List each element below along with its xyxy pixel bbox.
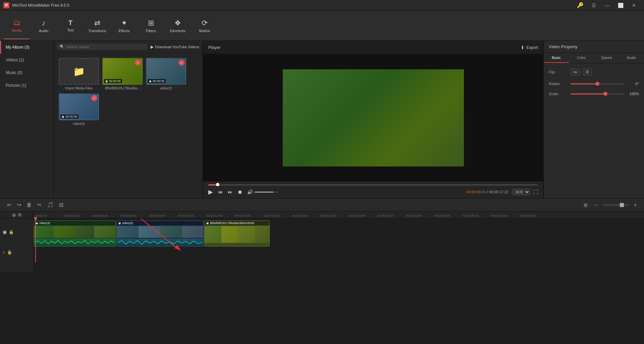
clip-video4[interactable]: ▣ video(4) — [116, 220, 204, 247]
sidebar-item-music[interactable]: Music (0) — [0, 66, 53, 79]
tool-media[interactable]: 🗂 Media — [3, 12, 30, 39]
delete-button[interactable]: 🗑 — [24, 201, 34, 209]
timeline-toolbar: ↩ ↪ 🗑 ✂ 🎵 ⊟ ⊞ − + — [0, 199, 644, 211]
scale-slider[interactable] — [571, 93, 625, 94]
rotate-label: Rotate: — [549, 82, 571, 86]
prop-tab-basic[interactable]: Basic — [544, 53, 569, 63]
prop-tab-color[interactable]: Color — [569, 53, 594, 63]
clip-icon-sunflowers: ▣ — [206, 222, 209, 225]
close-btn[interactable]: ✕ — [627, 0, 641, 11]
sidebar-item-my-album[interactable]: My Album (3) — [0, 41, 53, 54]
prop-tab-audio[interactable]: Audio — [619, 53, 644, 63]
undo-button[interactable]: ↩ — [5, 200, 13, 209]
scale-fill — [571, 93, 606, 94]
duration-video1: ▣ 00:00:06 — [104, 79, 122, 83]
export-button[interactable]: ⬆ Export — [521, 45, 538, 50]
media-item-video3[interactable]: ✓ ▣ 00:00:06 video(4) — [59, 93, 99, 126]
add-track-btn[interactable]: ⊕ — [12, 212, 16, 218]
copy-track-btn[interactable]: ⧉ — [18, 212, 21, 218]
export-icon: ⬆ — [521, 45, 525, 50]
search-input[interactable] — [66, 45, 106, 49]
clip-name-sunflowers: 8f6ef86fc91c79ba36a3b641653d — [210, 221, 254, 225]
redo-button[interactable]: ↪ — [15, 200, 23, 209]
folder-icon: 📁 — [73, 66, 85, 77]
video-track-icon: ▣ — [3, 229, 7, 234]
progress-bar[interactable] — [208, 184, 538, 186]
clip-video3[interactable]: ▣ video(3) — [34, 220, 116, 247]
window-controls: ☰ — ⬜ ✕ — [587, 0, 641, 11]
minimize-btn[interactable]: — — [600, 0, 614, 11]
video-content — [283, 69, 464, 166]
zoom-fit-btn[interactable]: ⊞ — [582, 201, 590, 209]
rotate-row: Rotate: 0° — [549, 82, 639, 86]
import-thumb[interactable]: 📁 — [59, 58, 99, 85]
text-icon: T — [68, 19, 72, 27]
youtube-download-btn[interactable]: ▶ Download YouTube Videos — [151, 45, 200, 49]
right-panel: Video Property Basic Color Speed Audio F… — [543, 41, 644, 198]
sidebar-item-videos[interactable]: Videos (2) — [0, 54, 53, 66]
tool-effects[interactable]: ✦ Effects — [111, 12, 138, 39]
rotate-thumb — [595, 82, 599, 86]
flip-horizontal-btn[interactable]: ⇔ — [571, 68, 580, 76]
media-thumb-video3: ✓ ▣ 00:00:06 — [59, 93, 99, 120]
crop-button[interactable]: ⊟ — [57, 200, 65, 209]
fullscreen-button[interactable]: ⛶ — [533, 189, 538, 195]
zoom-controls: ⊞ − + — [582, 201, 639, 209]
tool-elements[interactable]: ❖ Elements — [164, 12, 191, 39]
tool-filters[interactable]: ⊞ Filters — [138, 12, 164, 39]
tool-transitions[interactable]: ⇄ Transitions — [84, 12, 111, 39]
stop-button[interactable]: ⏹ — [237, 189, 242, 195]
tool-motion[interactable]: ⟳ Motion — [191, 12, 218, 39]
player-controls: ▶ ⏮ ⏭ ⏹ 🔊 00:00:00:01 / 00:00:17:22 — [203, 182, 543, 198]
tool-audio[interactable]: ♪ Audio — [30, 12, 57, 39]
import-media-item[interactable]: 📁 Import Media Files — [59, 58, 99, 90]
media-thumb-video2: ✓ ▣ 00:00:06 — [146, 58, 186, 85]
next-button[interactable]: ⏭ — [228, 189, 232, 195]
volume-slider[interactable] — [255, 192, 278, 193]
media-item-video1[interactable]: ✓ ▣ 00:00:06 8f6ef86fc91c79ba36a... — [102, 58, 143, 90]
media-item-video2[interactable]: ✓ ▣ 00:00:06 video(3) — [146, 58, 186, 90]
clip-name-video4: video(4) — [122, 221, 133, 225]
video-track-row: ▣ video(3) — [34, 220, 270, 247]
zoom-slider[interactable] — [602, 204, 629, 206]
cut-button[interactable]: ✂ — [35, 200, 44, 209]
check-icon-video1: ✓ — [135, 60, 141, 66]
sidebar-item-pictures[interactable]: Pictures (1) — [0, 79, 53, 92]
app-title: MiniTool MovieMaker Free 8.0.0 — [12, 3, 577, 8]
toolbar: 🗂 Media ♪ Audio T Text ⇄ Transitions ✦ E… — [0, 11, 644, 41]
clip-header-video3: ▣ video(3) — [34, 221, 115, 225]
zoom-out-btn[interactable]: − — [592, 201, 599, 209]
check-icon-video3: ✓ — [91, 95, 97, 101]
property-content: Flip: ⇔ ⇕ Rotate: 0° — [544, 63, 644, 107]
prev-button[interactable]: ⏮ — [218, 189, 223, 195]
volume-button[interactable]: 🔊 — [247, 189, 253, 195]
play-button[interactable]: ▶ — [208, 188, 213, 196]
prop-tab-speed[interactable]: Speed — [594, 53, 619, 63]
control-row: ▶ ⏮ ⏭ ⏹ 🔊 00:00:00:01 / 00:00:17:22 — [208, 188, 538, 196]
clip-sunflowers[interactable]: ▣ 8f6ef86fc91c79ba36a3b641653d — [204, 220, 270, 247]
menu-btn[interactable]: ☰ — [587, 0, 600, 11]
duration-video3: ▣ 00:00:06 — [60, 115, 78, 119]
search-box[interactable]: 🔍 — [57, 44, 147, 50]
audio-lock-icon[interactable]: 🔒 — [7, 250, 12, 255]
tool-text[interactable]: T Text — [57, 12, 84, 39]
progress-fill — [208, 184, 218, 186]
playhead[interactable] — [35, 219, 36, 262]
clip-header-sunflowers: ▣ 8f6ef86fc91c79ba36a3b641653d — [205, 221, 269, 225]
audio-track-icon: ♪ — [3, 250, 5, 255]
video-frame — [283, 69, 464, 166]
media-content: 🔍 ▶ Download YouTube Videos 📁 Import — [54, 41, 203, 198]
rotate-slider[interactable] — [571, 83, 625, 84]
rotate-control: 0° — [571, 82, 639, 86]
maximize-btn[interactable]: ⬜ — [614, 0, 627, 11]
key-icon: 🔑 — [577, 2, 584, 8]
media-toolbar: 🔍 ▶ Download YouTube Videos — [54, 41, 203, 53]
lock-icon[interactable]: 🔒 — [9, 230, 14, 234]
zoom-in-btn[interactable]: + — [632, 201, 639, 209]
audio-detach-button[interactable]: 🎵 — [45, 200, 56, 209]
flip-vertical-btn[interactable]: ⇕ — [583, 68, 592, 76]
transitions-icon: ⇄ — [94, 19, 100, 27]
scale-value: 100% — [627, 92, 639, 96]
ratio-select[interactable]: 16:9 9:16 4:3 1:1 21:9 — [512, 189, 530, 195]
app-icon: M — [3, 2, 9, 8]
